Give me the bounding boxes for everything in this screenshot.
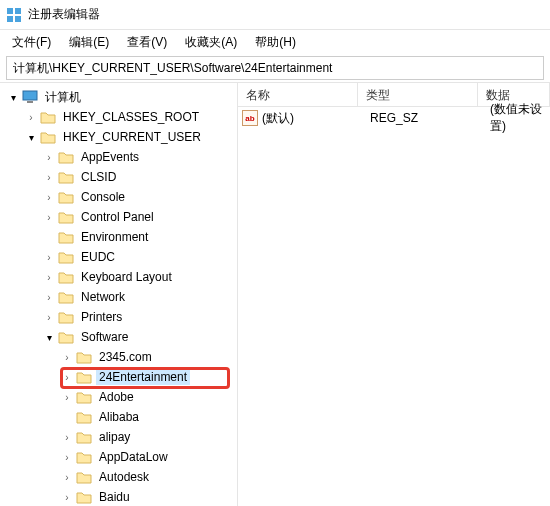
tree-label: Baidu: [96, 489, 133, 505]
tree-controlpanel[interactable]: ›Control Panel: [0, 207, 237, 227]
tree-pane[interactable]: ▾ 计算机 › HKEY_CLASSES_ROOT ▾ HKEY_CURRENT…: [0, 83, 238, 506]
tree-baidu[interactable]: ›Baidu: [0, 487, 237, 506]
chevron-down-icon[interactable]: ▾: [42, 330, 56, 344]
value-type: REG_SZ: [362, 111, 482, 125]
tree-label: CLSID: [78, 169, 119, 185]
folder-icon: [76, 450, 92, 464]
tree-appdatalow[interactable]: ›AppDataLow: [0, 447, 237, 467]
folder-icon: [58, 330, 74, 344]
tree-console[interactable]: ›Console: [0, 187, 237, 207]
menu-help[interactable]: 帮助(H): [247, 32, 304, 53]
chevron-right-icon[interactable]: ›: [60, 350, 74, 364]
tree-keyboard[interactable]: ›Keyboard Layout: [0, 267, 237, 287]
tree-label: Printers: [78, 309, 125, 325]
tree-label: EUDC: [78, 249, 118, 265]
col-header-name[interactable]: 名称: [238, 83, 358, 106]
tree-alibaba[interactable]: Alibaba: [0, 407, 237, 427]
tree-label: 2345.com: [96, 349, 155, 365]
tree-network[interactable]: ›Network: [0, 287, 237, 307]
address-text: 计算机\HKEY_CURRENT_USER\Software\24Enterta…: [13, 60, 332, 77]
svg-rect-1: [15, 8, 21, 14]
tree-hkcr[interactable]: › HKEY_CLASSES_ROOT: [0, 107, 237, 127]
tree-alipay[interactable]: ›alipay: [0, 427, 237, 447]
tree-label: Autodesk: [96, 469, 152, 485]
tree-label: AppDataLow: [96, 449, 171, 465]
chevron-right-icon[interactable]: ›: [24, 110, 38, 124]
chevron-right-icon[interactable]: ›: [42, 170, 56, 184]
menu-favorites[interactable]: 收藏夹(A): [177, 32, 245, 53]
tree-label: HKEY_CURRENT_USER: [60, 129, 204, 145]
folder-icon: [58, 230, 74, 244]
chevron-right-icon[interactable]: ›: [42, 310, 56, 324]
list-row[interactable]: ab (默认) REG_SZ (数值未设置): [238, 107, 550, 129]
address-bar[interactable]: 计算机\HKEY_CURRENT_USER\Software\24Enterta…: [6, 56, 544, 80]
menu-file[interactable]: 文件(F): [4, 32, 59, 53]
tree-appevents[interactable]: ›AppEvents: [0, 147, 237, 167]
tree-label: Control Panel: [78, 209, 157, 225]
tree-label: Console: [78, 189, 128, 205]
chevron-right-icon[interactable]: ›: [42, 150, 56, 164]
menubar: 文件(F) 编辑(E) 查看(V) 收藏夹(A) 帮助(H): [0, 30, 550, 54]
tree-label: Alibaba: [96, 409, 142, 425]
tree-hkcu[interactable]: ▾ HKEY_CURRENT_USER: [0, 127, 237, 147]
folder-icon: [58, 170, 74, 184]
tree-label: Software: [78, 329, 131, 345]
tree-2345[interactable]: ›2345.com: [0, 347, 237, 367]
tree-label: AppEvents: [78, 149, 142, 165]
tree-printers[interactable]: ›Printers: [0, 307, 237, 327]
tree-label: Adobe: [96, 389, 137, 405]
svg-rect-3: [15, 16, 21, 22]
window-title: 注册表编辑器: [28, 6, 100, 23]
regedit-icon: [6, 7, 22, 23]
tree-label: Environment: [78, 229, 151, 245]
folder-icon: [58, 150, 74, 164]
chevron-right-icon[interactable]: ›: [42, 210, 56, 224]
chevron-right-icon[interactable]: ›: [42, 250, 56, 264]
tree-label: Network: [78, 289, 128, 305]
spacer: [60, 410, 74, 424]
chevron-down-icon[interactable]: ▾: [6, 90, 20, 104]
chevron-right-icon[interactable]: ›: [60, 450, 74, 464]
menu-edit[interactable]: 编辑(E): [61, 32, 117, 53]
tree-eudc[interactable]: ›EUDC: [0, 247, 237, 267]
chevron-right-icon[interactable]: ›: [60, 470, 74, 484]
menu-view[interactable]: 查看(V): [119, 32, 175, 53]
folder-icon: [58, 270, 74, 284]
tree-environment[interactable]: Environment: [0, 227, 237, 247]
tree-clsid[interactable]: ›CLSID: [0, 167, 237, 187]
folder-icon: [76, 350, 92, 364]
tree-software[interactable]: ▾Software: [0, 327, 237, 347]
chevron-right-icon[interactable]: ›: [42, 190, 56, 204]
folder-icon: [76, 390, 92, 404]
tree-autodesk[interactable]: ›Autodesk: [0, 467, 237, 487]
computer-icon: [22, 90, 38, 104]
value-data: (数值未设置): [482, 101, 546, 135]
chevron-right-icon[interactable]: ›: [60, 370, 74, 384]
tree-root[interactable]: ▾ 计算机: [0, 87, 237, 107]
folder-icon: [58, 290, 74, 304]
chevron-right-icon[interactable]: ›: [60, 490, 74, 504]
chevron-right-icon[interactable]: ›: [42, 290, 56, 304]
tree-adobe[interactable]: ›Adobe: [0, 387, 237, 407]
chevron-right-icon[interactable]: ›: [60, 390, 74, 404]
tree-label: HKEY_CLASSES_ROOT: [60, 109, 202, 125]
value-name: (默认): [262, 110, 294, 127]
folder-icon: [40, 130, 56, 144]
list-pane[interactable]: 名称 类型 数据 ab (默认) REG_SZ (数值未设置): [238, 83, 550, 506]
tree-label: Keyboard Layout: [78, 269, 175, 285]
chevron-right-icon[interactable]: ›: [60, 430, 74, 444]
tree-24entertainment[interactable]: ›24Entertainment: [0, 367, 237, 387]
tree-label: alipay: [96, 429, 133, 445]
titlebar: 注册表编辑器: [0, 0, 550, 30]
folder-icon: [76, 410, 92, 424]
folder-icon: [76, 370, 92, 384]
svg-rect-2: [7, 16, 13, 22]
folder-icon: [58, 310, 74, 324]
folder-icon: [76, 490, 92, 504]
col-header-type[interactable]: 类型: [358, 83, 478, 106]
chevron-right-icon[interactable]: ›: [42, 270, 56, 284]
tree-label: 24Entertainment: [96, 369, 190, 385]
chevron-down-icon[interactable]: ▾: [24, 130, 38, 144]
folder-icon: [58, 210, 74, 224]
folder-icon: [58, 250, 74, 264]
